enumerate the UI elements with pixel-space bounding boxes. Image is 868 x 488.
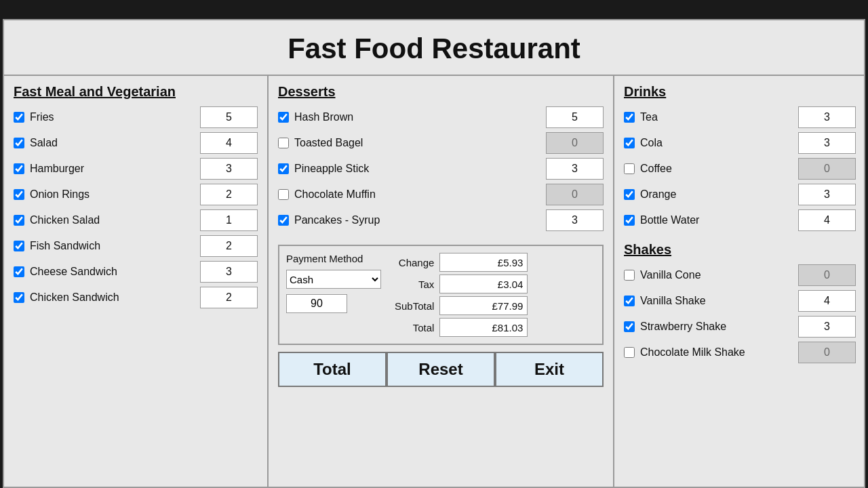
shake-label: Vanilla Shake xyxy=(640,295,798,307)
drink-checkbox[interactable] xyxy=(624,163,635,174)
total-label: Total xyxy=(395,322,434,333)
item-qty-input[interactable] xyxy=(200,235,258,257)
table-row: Chocolate Milk Shake xyxy=(624,342,856,363)
middle-panel: Desserts Hash Brown Toasted Bagel Pineap… xyxy=(269,76,614,487)
drink-label: Cola xyxy=(640,137,798,149)
buttons-row: Total Reset Exit xyxy=(278,352,604,387)
dessert-checkbox[interactable] xyxy=(278,163,289,174)
drink-checkbox[interactable] xyxy=(624,138,635,148)
payment-amount-input[interactable] xyxy=(286,294,347,313)
item-label: Chicken Sandwich xyxy=(30,291,200,304)
drinks-list: Tea Cola Coffee Orange Bottle Water xyxy=(624,106,856,231)
shake-label: Vanilla Cone xyxy=(640,269,798,281)
item-checkbox[interactable] xyxy=(14,215,24,226)
item-label: Onion Rings xyxy=(30,188,200,201)
dessert-qty-input[interactable] xyxy=(546,158,604,180)
item-label: Hamburger xyxy=(30,163,200,175)
item-qty-input[interactable] xyxy=(200,158,258,180)
table-row: Hash Brown xyxy=(278,106,604,128)
table-row: Onion Rings xyxy=(14,184,258,205)
dessert-qty-input[interactable] xyxy=(546,209,604,231)
shake-checkbox[interactable] xyxy=(624,296,635,306)
exit-button[interactable]: Exit xyxy=(495,352,604,387)
item-checkbox[interactable] xyxy=(14,241,24,251)
dessert-checkbox[interactable] xyxy=(278,112,289,123)
table-row: Salad xyxy=(14,132,258,154)
dessert-checkbox[interactable] xyxy=(278,189,289,200)
item-label: Fries xyxy=(30,111,200,123)
dessert-qty-input xyxy=(546,132,604,154)
shake-qty-input[interactable] xyxy=(798,290,856,312)
table-row: Fries xyxy=(14,106,258,128)
item-checkbox[interactable] xyxy=(14,266,24,277)
dessert-label: Pineapple Stick xyxy=(294,163,546,175)
shake-label: Chocolate Milk Shake xyxy=(640,346,798,359)
desserts-section: Desserts Hash Brown Toasted Bagel Pineap… xyxy=(278,84,604,235)
shakes-title: Shakes xyxy=(624,242,856,258)
table-row: Tea xyxy=(624,106,856,128)
drink-checkbox[interactable] xyxy=(624,112,635,123)
item-checkbox[interactable] xyxy=(14,112,24,123)
subtotal-label: SubTotal xyxy=(395,300,434,312)
total-value xyxy=(439,318,528,337)
item-checkbox[interactable] xyxy=(14,138,24,148)
item-checkbox[interactable] xyxy=(14,163,24,174)
dessert-qty-input xyxy=(546,184,604,205)
reset-button[interactable]: Reset xyxy=(387,352,495,387)
table-row: Hamburger xyxy=(14,158,258,180)
drink-checkbox[interactable] xyxy=(624,215,635,226)
item-label: Cheese Sandwich xyxy=(30,266,200,278)
tax-label: Tax xyxy=(395,279,434,290)
item-qty-input[interactable] xyxy=(200,184,258,205)
drink-label: Tea xyxy=(640,111,798,123)
shake-checkbox[interactable] xyxy=(624,347,635,358)
table-row: Vanilla Cone xyxy=(624,264,856,286)
drink-checkbox[interactable] xyxy=(624,189,635,200)
left-panel-title: Fast Meal and Vegetarian xyxy=(14,84,258,100)
item-qty-input[interactable] xyxy=(200,287,258,308)
item-qty-input[interactable] xyxy=(200,132,258,154)
item-label: Salad xyxy=(30,137,200,149)
dessert-checkbox[interactable] xyxy=(278,138,289,148)
table-row: Chocolate Muffin xyxy=(278,184,604,205)
drink-label: Orange xyxy=(640,188,798,201)
table-row: Cola xyxy=(624,132,856,154)
desserts-title: Desserts xyxy=(278,84,604,100)
shake-label: Strawberry Shake xyxy=(640,321,798,333)
shake-checkbox[interactable] xyxy=(624,321,635,332)
dessert-label: Hash Brown xyxy=(294,111,546,123)
payment-right: Change Tax SubTotal Total xyxy=(395,253,595,337)
payment-section: Payment Method Cash Card Voucher Change … xyxy=(278,245,604,345)
right-panel: Drinks Tea Cola Coffee Orange Bottle Wat… xyxy=(614,76,864,487)
drink-qty-input[interactable] xyxy=(798,209,856,231)
payment-method-select[interactable]: Cash Card Voucher xyxy=(286,270,381,289)
item-checkbox[interactable] xyxy=(14,189,24,200)
dessert-checkbox[interactable] xyxy=(278,215,289,226)
table-row: Fish Sandwich xyxy=(14,235,258,257)
shake-checkbox[interactable] xyxy=(624,270,635,281)
total-button[interactable]: Total xyxy=(278,352,387,387)
table-row: Cheese Sandwich xyxy=(14,261,258,283)
item-qty-input[interactable] xyxy=(200,209,258,231)
left-items-list: Fries Salad Hamburger Onion Rings Chicke… xyxy=(14,106,258,308)
item-label: Fish Sandwich xyxy=(30,240,200,252)
dessert-qty-input[interactable] xyxy=(546,106,604,128)
item-checkbox[interactable] xyxy=(14,292,24,303)
shake-qty-input xyxy=(798,342,856,363)
item-qty-input[interactable] xyxy=(200,261,258,283)
table-row: Orange xyxy=(624,184,856,205)
drink-qty-input[interactable] xyxy=(798,184,856,205)
desserts-list: Hash Brown Toasted Bagel Pineapple Stick… xyxy=(278,106,604,231)
payment-method-label: Payment Method xyxy=(286,253,388,264)
drink-label: Bottle Water xyxy=(640,214,798,226)
table-row: Chicken Salad xyxy=(14,209,258,231)
drink-qty-input[interactable] xyxy=(798,106,856,128)
top-bar xyxy=(0,0,868,19)
content-area: Fast Meal and Vegetarian Fries Salad Ham… xyxy=(4,76,864,487)
shake-qty-input[interactable] xyxy=(798,316,856,338)
item-qty-input[interactable] xyxy=(200,106,258,128)
table-row: Coffee xyxy=(624,158,856,180)
drink-qty-input xyxy=(798,158,856,180)
drink-qty-input[interactable] xyxy=(798,132,856,154)
table-row: Vanilla Shake xyxy=(624,290,856,312)
